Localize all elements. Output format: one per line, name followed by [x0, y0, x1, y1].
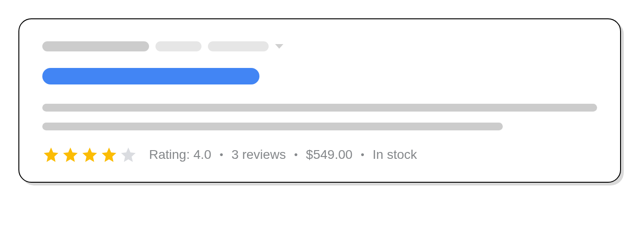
star-icon — [81, 146, 98, 163]
search-result-card: Rating: 4.0 • 3 reviews • $549.00 • In s… — [18, 18, 621, 183]
star-icon — [100, 146, 118, 163]
reviews-count[interactable]: 3 reviews — [231, 147, 286, 162]
chevron-down-icon[interactable] — [275, 44, 283, 49]
rating-label: Rating: 4.0 — [149, 147, 211, 162]
separator-dot: • — [219, 149, 223, 161]
star-icon — [120, 146, 137, 163]
result-title-placeholder[interactable] — [42, 68, 259, 84]
star-icon — [62, 146, 79, 163]
breadcrumb-row — [42, 41, 597, 51]
breadcrumb-placeholder-3 — [208, 41, 269, 51]
description-line-2 — [42, 123, 503, 130]
price-label: $549.00 — [306, 147, 352, 162]
star-icon — [42, 146, 60, 163]
separator-dot: • — [294, 149, 298, 161]
rating-row: Rating: 4.0 • 3 reviews • $549.00 • In s… — [42, 146, 597, 163]
separator-dot: • — [361, 149, 364, 161]
description-line-1 — [42, 104, 597, 112]
stock-label: In stock — [373, 147, 417, 162]
breadcrumb-placeholder-2 — [155, 41, 201, 51]
rating-details: Rating: 4.0 • 3 reviews • $549.00 • In s… — [149, 147, 417, 162]
breadcrumb-placeholder-1 — [42, 41, 149, 51]
star-rating — [42, 146, 137, 163]
